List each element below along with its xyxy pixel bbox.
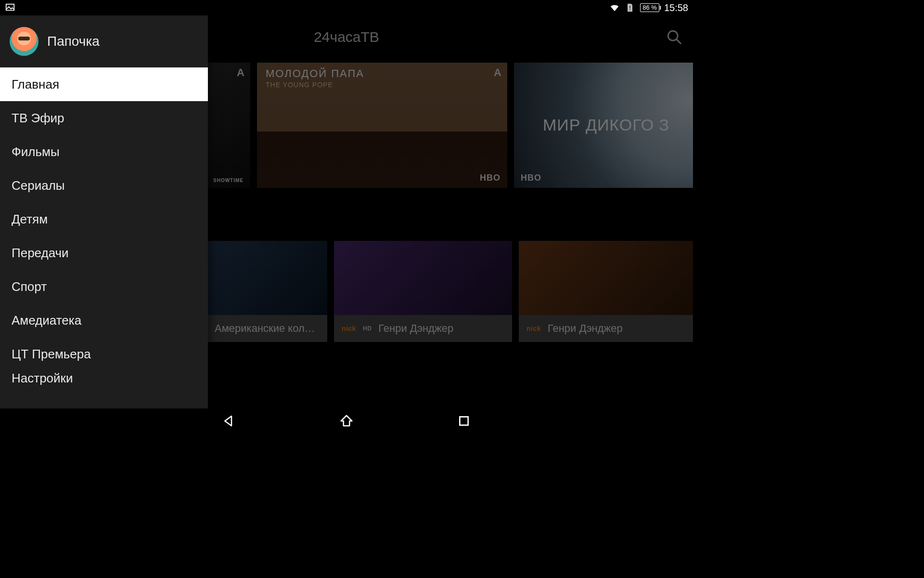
nav-item-live-tv[interactable]: ТВ Эфир [0, 101, 208, 135]
provider-badge: A [494, 66, 501, 79]
tile-thumb [334, 241, 512, 315]
screenshot-icon [5, 2, 15, 13]
hero-row: A SHOWTIME A МОЛОДОЙ ПАПА THE YOUNG POPE… [207, 63, 693, 188]
recents-button[interactable] [456, 413, 472, 429]
svg-rect-2 [629, 9, 630, 10]
hero-card[interactable]: A МОЛОДОЙ ПАПА THE YOUNG POPE HBO [257, 63, 507, 188]
back-button[interactable] [221, 413, 237, 429]
battery-indicator: 86 % [640, 3, 659, 12]
nav-item-home[interactable]: Главная [0, 67, 208, 101]
nav-item-shows[interactable]: Передачи [0, 236, 208, 270]
channel-hd-badge: HD [363, 325, 372, 332]
android-status-bar: 86 % 15:58 [0, 0, 693, 15]
provider-badge: A [237, 66, 244, 79]
nav-item-movies[interactable]: Фильмы [0, 135, 208, 169]
nav-item-series[interactable]: Сериалы [0, 169, 208, 202]
svg-rect-1 [629, 6, 630, 9]
tile-title: Генри Дэнджер [378, 322, 453, 335]
svg-marker-6 [341, 416, 352, 426]
android-nav-bar [0, 408, 693, 434]
nav-item-premiere[interactable]: ЦТ Премьера [0, 337, 208, 371]
tile-thumb [207, 241, 327, 315]
hero-card[interactable]: МИР ДИКОГО З HBO [514, 63, 693, 188]
nav-item-sport[interactable]: Спорт [0, 270, 208, 303]
tile-thumb [519, 241, 693, 315]
content-row: Американские колле… nick HD Генри Дэндже… [207, 241, 693, 342]
clock: 15:58 [664, 2, 688, 13]
network-badge: HBO [521, 173, 541, 183]
nav-item-settings[interactable]: Настройки [0, 371, 208, 390]
hero-title: МИР ДИКОГО З [543, 116, 669, 134]
network-badge: HBO [480, 173, 500, 183]
svg-point-3 [668, 31, 678, 40]
nav-list: Главная ТВ Эфир Фильмы Сериалы Детям Пер… [0, 67, 208, 408]
svg-rect-7 [460, 417, 468, 425]
network-badge: SHOWTIME [213, 178, 244, 183]
home-button[interactable] [338, 413, 355, 429]
navigation-drawer: Папочка Главная ТВ Эфир Фильмы Сериалы Д… [0, 15, 208, 408]
content-tile[interactable]: nick Генри Дэнджер [519, 241, 693, 342]
tile-title: Генри Дэнджер [548, 322, 623, 335]
hero-title: МОЛОДОЙ ПАПА [266, 67, 364, 80]
hero-card[interactable]: A SHOWTIME [207, 63, 250, 188]
profile-name: Папочка [47, 34, 100, 49]
avatar [10, 27, 38, 56]
channel-logo: nick [526, 325, 541, 332]
svg-marker-5 [225, 416, 231, 426]
tile-title: Американские колле… [215, 322, 320, 335]
search-button[interactable] [666, 29, 683, 46]
hero-subtitle: THE YOUNG POPE [266, 81, 333, 89]
svg-line-4 [676, 39, 681, 44]
nav-item-amediateka[interactable]: Амедиатека [0, 303, 208, 337]
channel-logo: nick [342, 325, 356, 332]
app-title: 24часаТВ [314, 29, 379, 45]
wifi-icon [609, 2, 620, 13]
sd-card-warning-icon [625, 2, 635, 13]
svg-rect-0 [6, 4, 14, 11]
content-tile[interactable]: nick HD Генри Дэнджер [334, 241, 512, 342]
nav-item-kids[interactable]: Детям [0, 202, 208, 236]
drawer-header[interactable]: Папочка [0, 15, 208, 67]
content-tile[interactable]: Американские колле… [207, 241, 327, 342]
